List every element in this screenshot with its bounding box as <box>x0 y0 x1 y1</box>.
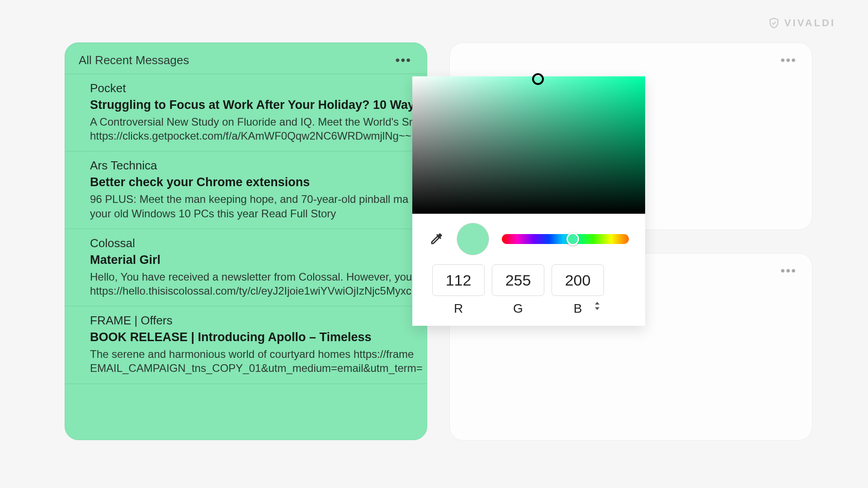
color-picker: R G B <box>412 76 645 326</box>
saturation-brightness-field[interactable] <box>412 76 645 214</box>
panel-more-button[interactable]: ••• <box>394 53 413 67</box>
message-subject: BOOK RELEASE | Introducing Apollo – Time… <box>90 330 413 344</box>
hue-thumb[interactable] <box>566 233 579 245</box>
g-input[interactable] <box>492 264 544 296</box>
message-preview: Hello, You have received a newsletter fr… <box>90 270 413 298</box>
r-input[interactable] <box>432 264 485 296</box>
current-color-swatch <box>457 223 489 255</box>
eyedropper-icon[interactable] <box>429 231 444 247</box>
brand-name: VIVALDI <box>784 17 835 29</box>
messages-panel: All Recent Messages ••• Pocket Strugglin… <box>65 42 427 440</box>
message-preview: The serene and harmonious world of court… <box>90 347 413 375</box>
message-item[interactable]: FRAME | Offers BOOK RELEASE | Introducin… <box>65 306 427 384</box>
hue-slider[interactable] <box>502 234 629 244</box>
message-preview: 96 PLUS: Meet the man keeping hope, and … <box>90 192 413 220</box>
message-item[interactable]: Ars Technica Better check your Chrome ex… <box>65 151 427 228</box>
g-label: G <box>492 301 544 316</box>
widget-more-button[interactable]: ••• <box>779 53 798 67</box>
message-subject: Better check your Chrome extensions <box>90 175 413 189</box>
message-sender: FRAME | Offers <box>90 314 413 328</box>
shield-check-icon <box>768 17 780 29</box>
color-cursor[interactable] <box>532 73 544 85</box>
up-down-icon <box>594 301 600 310</box>
widget-more-button[interactable]: ••• <box>779 263 798 278</box>
b-input[interactable] <box>552 264 604 296</box>
message-item[interactable]: Colossal Material Girl Hello, You have r… <box>65 229 427 306</box>
brand-logo: VIVALDI <box>768 17 835 29</box>
message-subject: Struggling to Focus at Work After Your H… <box>90 98 413 112</box>
message-sender: Pocket <box>90 81 413 95</box>
r-label: R <box>432 301 485 316</box>
message-item[interactable]: Pocket Struggling to Focus at Work After… <box>65 74 427 151</box>
panel-title: All Recent Messages <box>79 53 189 67</box>
color-mode-toggle[interactable] <box>571 301 623 313</box>
message-sender: Colossal <box>90 236 413 250</box>
message-sender: Ars Technica <box>90 159 413 173</box>
message-preview: A Controversial New Study on Fluoride an… <box>90 115 413 143</box>
message-subject: Material Girl <box>90 253 413 267</box>
